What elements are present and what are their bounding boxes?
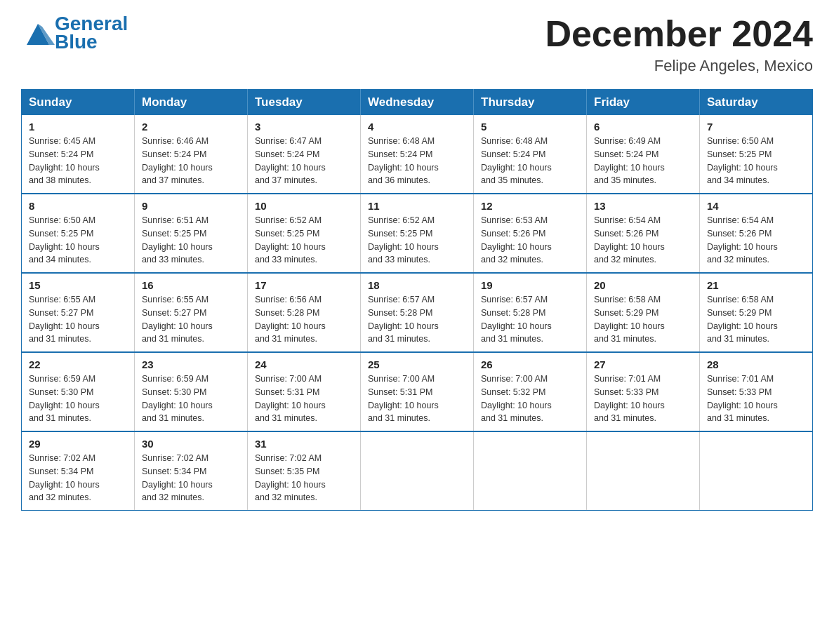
logo: General Blue <box>21 14 128 53</box>
calendar-cell: 18 Sunrise: 6:57 AM Sunset: 5:28 PM Dayl… <box>361 273 474 352</box>
day-info: Sunrise: 6:49 AM Sunset: 5:24 PM Dayligh… <box>594 135 692 187</box>
title-block: December 2024 Felipe Angeles, Mexico <box>545 14 813 75</box>
day-info: Sunrise: 6:46 AM Sunset: 5:24 PM Dayligh… <box>142 135 240 187</box>
calendar-cell <box>361 431 474 511</box>
day-number: 17 <box>255 279 353 291</box>
calendar-cell: 7 Sunrise: 6:50 AM Sunset: 5:25 PM Dayli… <box>700 115 813 194</box>
calendar-cell: 25 Sunrise: 7:00 AM Sunset: 5:31 PM Dayl… <box>361 352 474 431</box>
calendar-table: Sunday Monday Tuesday Wednesday Thursday… <box>21 89 813 511</box>
day-info: Sunrise: 6:50 AM Sunset: 5:25 PM Dayligh… <box>29 214 127 267</box>
calendar-week-row: 8 Sunrise: 6:50 AM Sunset: 5:25 PM Dayli… <box>22 194 813 273</box>
day-number: 29 <box>29 438 127 450</box>
day-number: 10 <box>255 200 353 212</box>
day-number: 2 <box>142 121 240 133</box>
header-wednesday: Wednesday <box>361 90 474 116</box>
calendar-cell: 30 Sunrise: 7:02 AM Sunset: 5:34 PM Dayl… <box>135 431 248 511</box>
day-number: 1 <box>29 121 127 133</box>
day-number: 3 <box>255 121 353 133</box>
day-number: 9 <box>142 200 240 212</box>
day-number: 8 <box>29 200 127 212</box>
day-number: 26 <box>481 358 579 370</box>
calendar-cell: 6 Sunrise: 6:49 AM Sunset: 5:24 PM Dayli… <box>587 115 700 194</box>
day-info: Sunrise: 7:01 AM Sunset: 5:33 PM Dayligh… <box>707 373 805 425</box>
calendar-cell: 9 Sunrise: 6:51 AM Sunset: 5:25 PM Dayli… <box>135 194 248 273</box>
day-info: Sunrise: 6:47 AM Sunset: 5:24 PM Dayligh… <box>255 135 353 187</box>
calendar-title: December 2024 <box>545 14 813 54</box>
page-header: General Blue December 2024 Felipe Angele… <box>21 14 813 75</box>
day-info: Sunrise: 6:59 AM Sunset: 5:30 PM Dayligh… <box>29 373 127 425</box>
day-info: Sunrise: 6:52 AM Sunset: 5:25 PM Dayligh… <box>255 214 353 267</box>
calendar-cell: 14 Sunrise: 6:54 AM Sunset: 5:26 PM Dayl… <box>700 194 813 273</box>
day-number: 20 <box>594 279 692 291</box>
day-info: Sunrise: 6:57 AM Sunset: 5:28 PM Dayligh… <box>368 293 466 346</box>
calendar-week-row: 15 Sunrise: 6:55 AM Sunset: 5:27 PM Dayl… <box>22 273 813 352</box>
day-info: Sunrise: 6:58 AM Sunset: 5:29 PM Dayligh… <box>594 293 692 346</box>
day-info: Sunrise: 6:56 AM Sunset: 5:28 PM Dayligh… <box>255 293 353 346</box>
calendar-cell: 15 Sunrise: 6:55 AM Sunset: 5:27 PM Dayl… <box>22 273 135 352</box>
day-info: Sunrise: 6:48 AM Sunset: 5:24 PM Dayligh… <box>368 135 466 187</box>
day-info: Sunrise: 7:00 AM Sunset: 5:32 PM Dayligh… <box>481 373 579 425</box>
day-info: Sunrise: 6:52 AM Sunset: 5:25 PM Dayligh… <box>368 214 466 267</box>
calendar-cell: 12 Sunrise: 6:53 AM Sunset: 5:26 PM Dayl… <box>474 194 587 273</box>
logo-icon <box>21 17 55 51</box>
calendar-cell: 21 Sunrise: 6:58 AM Sunset: 5:29 PM Dayl… <box>700 273 813 352</box>
calendar-cell: 1 Sunrise: 6:45 AM Sunset: 5:24 PM Dayli… <box>22 115 135 194</box>
day-info: Sunrise: 6:48 AM Sunset: 5:24 PM Dayligh… <box>481 135 579 187</box>
day-number: 11 <box>368 200 466 212</box>
day-info: Sunrise: 7:02 AM Sunset: 5:34 PM Dayligh… <box>29 452 127 504</box>
day-number: 6 <box>594 121 692 133</box>
day-info: Sunrise: 6:58 AM Sunset: 5:29 PM Dayligh… <box>707 293 805 346</box>
header-saturday: Saturday <box>700 90 813 116</box>
day-number: 19 <box>481 279 579 291</box>
day-info: Sunrise: 6:59 AM Sunset: 5:30 PM Dayligh… <box>142 373 240 425</box>
day-info: Sunrise: 7:01 AM Sunset: 5:33 PM Dayligh… <box>594 373 692 425</box>
day-info: Sunrise: 7:00 AM Sunset: 5:31 PM Dayligh… <box>255 373 353 425</box>
calendar-cell: 28 Sunrise: 7:01 AM Sunset: 5:33 PM Dayl… <box>700 352 813 431</box>
header-sunday: Sunday <box>22 90 135 116</box>
calendar-cell <box>474 431 587 511</box>
day-number: 22 <box>29 358 127 370</box>
day-info: Sunrise: 7:00 AM Sunset: 5:31 PM Dayligh… <box>368 373 466 425</box>
day-info: Sunrise: 6:53 AM Sunset: 5:26 PM Dayligh… <box>481 214 579 267</box>
calendar-cell: 4 Sunrise: 6:48 AM Sunset: 5:24 PM Dayli… <box>361 115 474 194</box>
calendar-cell: 20 Sunrise: 6:58 AM Sunset: 5:29 PM Dayl… <box>587 273 700 352</box>
day-info: Sunrise: 6:54 AM Sunset: 5:26 PM Dayligh… <box>707 214 805 267</box>
day-number: 13 <box>594 200 692 212</box>
day-number: 7 <box>707 121 805 133</box>
calendar-cell: 17 Sunrise: 6:56 AM Sunset: 5:28 PM Dayl… <box>248 273 361 352</box>
calendar-cell: 13 Sunrise: 6:54 AM Sunset: 5:26 PM Dayl… <box>587 194 700 273</box>
day-info: Sunrise: 6:54 AM Sunset: 5:26 PM Dayligh… <box>594 214 692 267</box>
day-number: 15 <box>29 279 127 291</box>
day-number: 16 <box>142 279 240 291</box>
calendar-cell: 29 Sunrise: 7:02 AM Sunset: 5:34 PM Dayl… <box>22 431 135 511</box>
calendar-cell: 5 Sunrise: 6:48 AM Sunset: 5:24 PM Dayli… <box>474 115 587 194</box>
calendar-cell: 16 Sunrise: 6:55 AM Sunset: 5:27 PM Dayl… <box>135 273 248 352</box>
calendar-cell: 23 Sunrise: 6:59 AM Sunset: 5:30 PM Dayl… <box>135 352 248 431</box>
day-number: 21 <box>707 279 805 291</box>
calendar-cell: 10 Sunrise: 6:52 AM Sunset: 5:25 PM Dayl… <box>248 194 361 273</box>
calendar-cell: 19 Sunrise: 6:57 AM Sunset: 5:28 PM Dayl… <box>474 273 587 352</box>
calendar-cell: 27 Sunrise: 7:01 AM Sunset: 5:33 PM Dayl… <box>587 352 700 431</box>
calendar-cell: 3 Sunrise: 6:47 AM Sunset: 5:24 PM Dayli… <box>248 115 361 194</box>
calendar-cell: 22 Sunrise: 6:59 AM Sunset: 5:30 PM Dayl… <box>22 352 135 431</box>
calendar-subtitle: Felipe Angeles, Mexico <box>545 57 813 75</box>
header-friday: Friday <box>587 90 700 116</box>
header-tuesday: Tuesday <box>248 90 361 116</box>
calendar-cell <box>700 431 813 511</box>
calendar-cell: 24 Sunrise: 7:00 AM Sunset: 5:31 PM Dayl… <box>248 352 361 431</box>
day-info: Sunrise: 7:02 AM Sunset: 5:34 PM Dayligh… <box>142 452 240 504</box>
day-info: Sunrise: 6:55 AM Sunset: 5:27 PM Dayligh… <box>142 293 240 346</box>
day-number: 28 <box>707 358 805 370</box>
day-number: 5 <box>481 121 579 133</box>
day-number: 30 <box>142 438 240 450</box>
calendar-cell: 8 Sunrise: 6:50 AM Sunset: 5:25 PM Dayli… <box>22 194 135 273</box>
day-number: 12 <box>481 200 579 212</box>
day-info: Sunrise: 6:50 AM Sunset: 5:25 PM Dayligh… <box>707 135 805 187</box>
calendar-week-row: 1 Sunrise: 6:45 AM Sunset: 5:24 PM Dayli… <box>22 115 813 194</box>
day-number: 18 <box>368 279 466 291</box>
day-info: Sunrise: 6:51 AM Sunset: 5:25 PM Dayligh… <box>142 214 240 267</box>
calendar-cell <box>587 431 700 511</box>
calendar-header-row: Sunday Monday Tuesday Wednesday Thursday… <box>22 90 813 116</box>
day-info: Sunrise: 6:45 AM Sunset: 5:24 PM Dayligh… <box>29 135 127 187</box>
calendar-cell: 2 Sunrise: 6:46 AM Sunset: 5:24 PM Dayli… <box>135 115 248 194</box>
